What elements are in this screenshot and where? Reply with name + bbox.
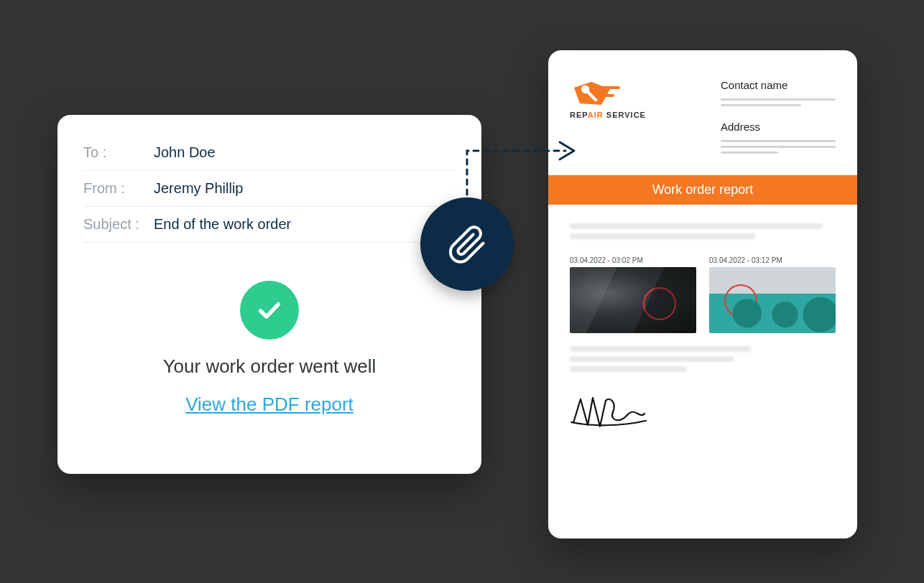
signature	[570, 391, 836, 437]
photo-1-annotation-circle	[643, 287, 676, 320]
report-body: 03.04.2022 - 03:02 PM 03.04.2022 - 03:12…	[548, 205, 857, 451]
address-label: Address	[721, 121, 836, 133]
report-intro-text-placeholder	[570, 223, 836, 239]
email-from-label: From :	[83, 180, 154, 197]
signature-icon	[570, 391, 649, 434]
email-card: To : John Doe From : Jeremy Phillip Subj…	[57, 115, 481, 474]
svg-rect-1	[599, 86, 620, 89]
wrench-logo-icon	[570, 79, 627, 109]
photo-2-annotation-circle	[724, 284, 757, 317]
email-from-value: Jeremy Phillip	[154, 180, 243, 197]
address-placeholder	[721, 140, 836, 154]
photo-1-timestamp: 03.04.2022 - 03:02 PM	[570, 256, 696, 264]
email-from-row: From : Jeremy Phillip	[83, 171, 456, 207]
report-card: REPAIR SERVICE Contact name Address Work…	[548, 50, 857, 538]
photo-2-timestamp: 03.04.2022 - 03:12 PM	[709, 256, 836, 264]
email-body: Your work order went well View the PDF r…	[83, 257, 456, 439]
photo-2-image	[709, 267, 836, 333]
email-to-label: To :	[83, 144, 154, 161]
success-check-icon	[240, 281, 299, 340]
svg-marker-0	[574, 82, 610, 105]
email-subject-row: Subject : End of the work order	[83, 207, 456, 243]
logo-text: REPAIR SERVICE	[570, 111, 646, 119]
contact-block: Contact name Address	[721, 79, 836, 154]
repair-service-logo: REPAIR SERVICE	[570, 79, 646, 154]
report-photo-1: 03.04.2022 - 03:02 PM	[570, 256, 696, 333]
email-success-message: Your work order went well	[163, 355, 376, 378]
photo-1-image	[570, 267, 696, 333]
report-header: REPAIR SERVICE Contact name Address	[548, 50, 857, 175]
email-subject-label: Subject :	[83, 216, 154, 233]
report-notes-text-placeholder	[570, 346, 836, 372]
email-to-row: To : John Doe	[83, 135, 456, 171]
attachment-paperclip-icon	[420, 197, 514, 291]
view-pdf-report-link[interactable]: View the PDF report	[185, 393, 354, 416]
email-subject-value: End of the work order	[154, 216, 291, 233]
email-to-value: John Doe	[154, 144, 216, 161]
report-photos-row: 03.04.2022 - 03:02 PM 03.04.2022 - 03:12…	[570, 256, 836, 333]
svg-rect-2	[599, 94, 614, 97]
report-title-bar: Work order report	[548, 175, 857, 205]
report-photo-2: 03.04.2022 - 03:12 PM	[709, 256, 836, 333]
contact-name-placeholder	[721, 98, 836, 106]
contact-name-label: Contact name	[721, 79, 836, 91]
